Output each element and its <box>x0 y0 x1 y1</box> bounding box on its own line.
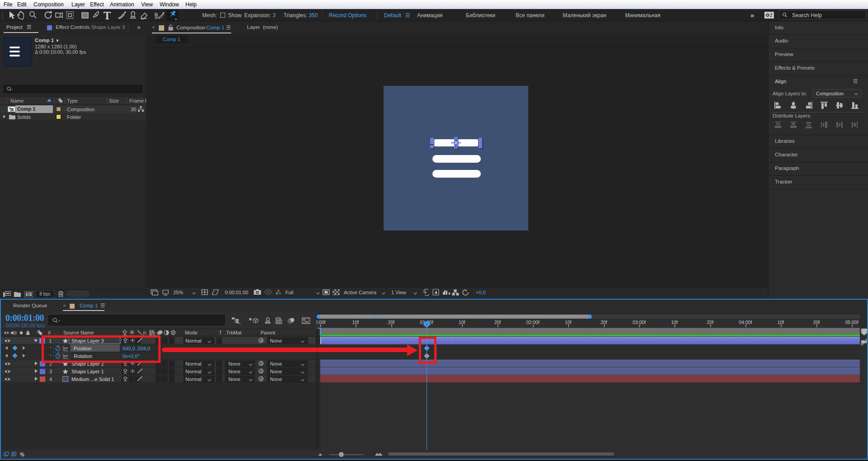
svg-text:fx: fx <box>143 330 147 335</box>
